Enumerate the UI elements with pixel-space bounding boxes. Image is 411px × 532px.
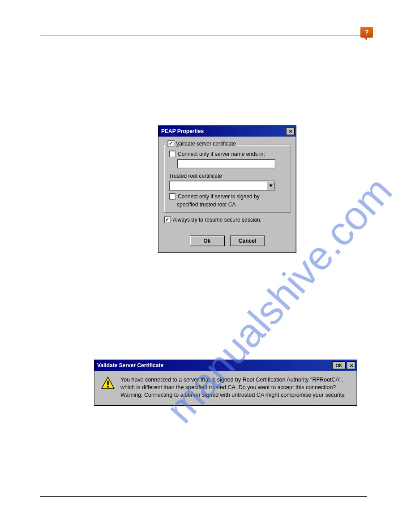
validate-titlebar: Validate Server Certificate OK ✕ xyxy=(94,360,357,371)
server-name-input[interactable] xyxy=(177,159,275,168)
titlebar-ok-button[interactable]: OK xyxy=(332,361,346,369)
validate-checkbox[interactable]: ✓ xyxy=(167,140,174,147)
connect-name-checkbox[interactable] xyxy=(169,150,176,157)
header-rule xyxy=(40,35,367,35)
connect-signed-label2: specified trusted root CA xyxy=(169,202,286,208)
cancel-button[interactable]: Cancel xyxy=(230,236,265,246)
validate-fieldset: ✓ Validate server certificate Connect on… xyxy=(164,145,291,213)
ok-button[interactable]: Ok xyxy=(190,236,225,246)
warning-icon xyxy=(101,376,115,390)
validate-message-1: You have connected to a server that is s… xyxy=(120,377,343,390)
resume-row[interactable]: ✓ Always try to resume secure session. xyxy=(164,216,291,223)
validate-checkbox-row[interactable]: ✓ Validate server certificate xyxy=(166,140,237,147)
validate-message: You have connected to a server that is s… xyxy=(120,376,351,399)
connect-name-label: Connect only if server name ends in: xyxy=(178,151,265,157)
peap-properties-dialog: PEAP Properties ✕ ✓ Validate server cert… xyxy=(158,125,296,253)
svg-rect-4 xyxy=(107,386,108,387)
peap-body: ✓ Validate server certificate Connect on… xyxy=(158,137,296,253)
validate-body: You have connected to a server that is s… xyxy=(94,371,357,405)
resume-label: Always try to resume secure session. xyxy=(173,217,261,223)
chevron-down-icon[interactable] xyxy=(266,182,275,189)
svg-rect-3 xyxy=(107,381,108,385)
validate-server-dialog: Validate Server Certificate OK ✕ You hav… xyxy=(94,360,357,406)
button-row: Ok Cancel xyxy=(164,236,291,246)
validate-label: Validate server certificate xyxy=(176,141,236,147)
validate-title: Validate Server Certificate xyxy=(97,362,163,369)
trusted-root-combo[interactable] xyxy=(169,180,275,191)
svg-marker-1 xyxy=(269,184,273,187)
close-icon[interactable]: ✕ xyxy=(347,361,355,369)
connect-signed-checkbox[interactable] xyxy=(169,193,176,200)
close-icon[interactable]: ✕ xyxy=(286,127,295,135)
connect-signed-row[interactable]: Connect only if server is signed by xyxy=(169,193,286,200)
connect-name-row[interactable]: Connect only if server name ends in: xyxy=(169,150,286,157)
help-icon[interactable]: ? xyxy=(360,27,373,38)
trusted-root-label: Trusted root certificate xyxy=(169,173,286,179)
footer-rule xyxy=(40,496,367,497)
connect-signed-label1: Connect only if server is signed by xyxy=(178,193,260,200)
peap-titlebar: PEAP Properties ✕ xyxy=(158,126,296,137)
resume-checkbox[interactable]: ✓ xyxy=(164,216,171,223)
peap-title: PEAP Properties xyxy=(161,128,204,134)
validate-message-2: Warning: Connecting to a server signed w… xyxy=(120,392,346,398)
